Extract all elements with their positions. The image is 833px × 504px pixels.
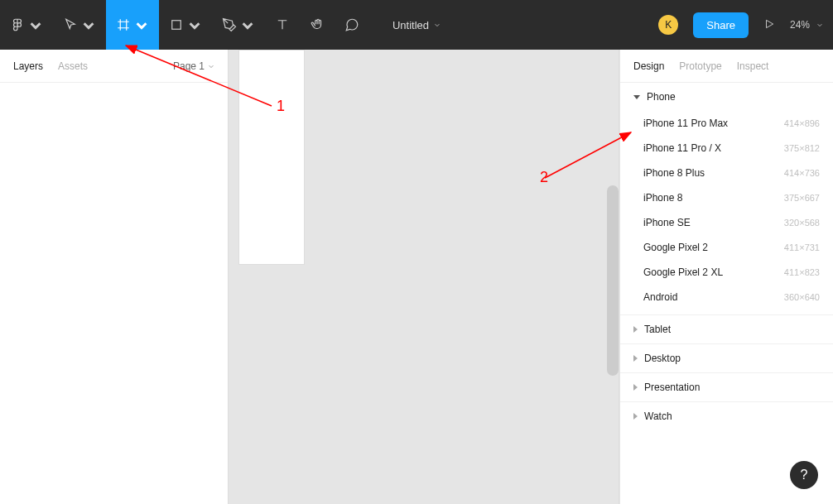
canvas-artboard[interactable] bbox=[238, 50, 305, 265]
chevron-down-icon bbox=[208, 63, 214, 70]
device-name: iPhone SE bbox=[643, 217, 691, 228]
section-header-watch[interactable]: Watch bbox=[620, 401, 833, 430]
device-name: Android bbox=[643, 291, 677, 303]
chevron-down-icon bbox=[187, 17, 202, 32]
text-icon bbox=[275, 17, 290, 32]
page-selector[interactable]: Page 1 bbox=[173, 60, 214, 72]
left-panel-tabs: Layers Assets Page 1 bbox=[0, 50, 228, 83]
chevron-down-icon bbox=[28, 17, 43, 32]
hand-tool-button[interactable] bbox=[300, 0, 335, 50]
chevron-down-icon bbox=[434, 22, 441, 28]
device-row[interactable]: Google Pixel 2 XL 411×823 bbox=[620, 260, 833, 285]
section-title: Watch bbox=[644, 410, 672, 422]
triangle-down-icon bbox=[633, 95, 640, 99]
toolbar-right-group: K Share 24% bbox=[658, 12, 823, 38]
section-header-phone[interactable]: Phone bbox=[620, 83, 833, 111]
triangle-right-icon bbox=[633, 355, 638, 362]
comment-tool-button[interactable] bbox=[335, 0, 369, 50]
move-tool-button[interactable] bbox=[53, 0, 106, 50]
right-panel-tabs: Design Prototype Inspect bbox=[620, 50, 833, 83]
device-row[interactable]: iPhone 11 Pro / X 375×812 bbox=[620, 136, 833, 161]
device-dims: 411×731 bbox=[784, 242, 820, 252]
device-name: Google Pixel 2 XL bbox=[643, 266, 723, 278]
vertical-scrollbar[interactable] bbox=[607, 185, 619, 376]
user-avatar[interactable]: K bbox=[658, 15, 678, 35]
annotation-label-1: 1 bbox=[277, 98, 285, 115]
device-dims: 375×812 bbox=[784, 143, 820, 153]
text-tool-button[interactable] bbox=[265, 0, 300, 50]
frame-presets-phone-section: Phone iPhone 11 Pro Max 414×896 iPhone 1… bbox=[620, 83, 833, 314]
device-dims: 320×568 bbox=[784, 218, 820, 228]
device-name: Google Pixel 2 bbox=[643, 242, 708, 253]
device-row[interactable]: Android 360×640 bbox=[620, 285, 833, 310]
move-cursor-icon bbox=[63, 17, 78, 32]
device-dims: 414×736 bbox=[784, 168, 820, 178]
annotation-label-2: 2 bbox=[540, 169, 548, 186]
device-dims: 375×667 bbox=[784, 193, 820, 203]
section-header-tablet[interactable]: Tablet bbox=[620, 314, 833, 343]
play-icon bbox=[763, 18, 775, 30]
share-button[interactable]: Share bbox=[693, 12, 749, 38]
help-icon-label: ? bbox=[801, 468, 808, 482]
help-button[interactable]: ? bbox=[790, 461, 818, 489]
chevron-down-icon bbox=[81, 17, 96, 32]
section-title: Phone bbox=[647, 91, 676, 103]
device-name: iPhone 8 bbox=[643, 192, 682, 204]
svg-rect-0 bbox=[172, 21, 181, 30]
avatar-letter: K bbox=[665, 19, 672, 31]
tab-design[interactable]: Design bbox=[633, 60, 664, 72]
top-toolbar: Untitled K Share 24% bbox=[0, 0, 833, 50]
left-panel: Layers Assets Page 1 bbox=[0, 50, 228, 504]
device-name: iPhone 11 Pro / X bbox=[643, 142, 721, 154]
device-row[interactable]: iPhone SE 320×568 bbox=[620, 210, 833, 235]
canvas[interactable] bbox=[228, 50, 619, 504]
section-header-presentation[interactable]: Presentation bbox=[620, 372, 833, 401]
rectangle-icon bbox=[169, 17, 184, 32]
pen-tool-button[interactable] bbox=[212, 0, 265, 50]
frame-tool-button[interactable] bbox=[106, 0, 159, 50]
hand-icon bbox=[310, 17, 325, 32]
document-title[interactable]: Untitled bbox=[392, 19, 441, 31]
zoom-label: 24% bbox=[790, 19, 810, 31]
device-dims: 411×823 bbox=[784, 267, 820, 277]
frame-icon bbox=[116, 17, 131, 32]
present-button[interactable] bbox=[763, 18, 775, 32]
zoom-control[interactable]: 24% bbox=[790, 19, 823, 31]
device-row[interactable]: iPhone 8 Plus 414×736 bbox=[620, 161, 833, 185]
device-dims: 360×640 bbox=[784, 292, 820, 302]
device-name: iPhone 8 Plus bbox=[643, 167, 705, 179]
tool-group-left bbox=[0, 0, 369, 50]
tab-assets[interactable]: Assets bbox=[58, 60, 88, 72]
comment-icon bbox=[344, 17, 359, 32]
document-title-text: Untitled bbox=[392, 19, 429, 31]
tab-layers[interactable]: Layers bbox=[13, 60, 43, 72]
tab-inspect[interactable]: Inspect bbox=[737, 60, 769, 72]
chevron-down-icon bbox=[816, 22, 823, 28]
triangle-right-icon bbox=[633, 413, 638, 420]
section-header-desktop[interactable]: Desktop bbox=[620, 343, 833, 372]
device-dims: 414×896 bbox=[784, 118, 820, 128]
triangle-right-icon bbox=[633, 384, 638, 391]
section-title: Desktop bbox=[644, 353, 681, 364]
main-area: Layers Assets Page 1 Design Prototype In… bbox=[0, 50, 833, 504]
shape-tool-button[interactable] bbox=[159, 0, 212, 50]
section-title: Presentation bbox=[644, 382, 700, 393]
page-selector-label: Page 1 bbox=[173, 60, 205, 72]
chevron-down-icon bbox=[134, 17, 149, 32]
device-list-phone: iPhone 11 Pro Max 414×896 iPhone 11 Pro … bbox=[620, 111, 833, 314]
tab-prototype[interactable]: Prototype bbox=[679, 60, 721, 72]
triangle-right-icon bbox=[633, 326, 638, 333]
share-button-label: Share bbox=[706, 19, 735, 31]
device-name: iPhone 11 Pro Max bbox=[643, 118, 728, 129]
pen-icon bbox=[222, 17, 237, 32]
figma-menu-button[interactable] bbox=[0, 0, 53, 50]
device-row[interactable]: Google Pixel 2 411×731 bbox=[620, 235, 833, 260]
device-row[interactable]: iPhone 11 Pro Max 414×896 bbox=[620, 111, 833, 136]
section-title: Tablet bbox=[644, 324, 671, 335]
right-panel: Design Prototype Inspect Phone iPhone 11… bbox=[619, 50, 833, 504]
chevron-down-icon bbox=[240, 17, 255, 32]
figma-logo-icon bbox=[10, 17, 25, 32]
device-row[interactable]: iPhone 8 375×667 bbox=[620, 185, 833, 210]
